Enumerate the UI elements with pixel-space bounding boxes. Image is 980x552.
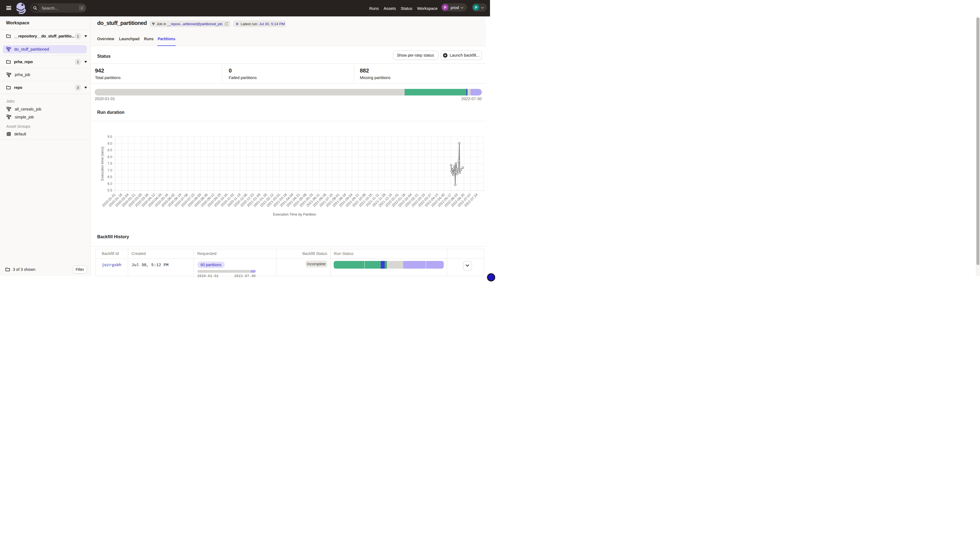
svg-text:6.5: 6.5 <box>108 175 112 179</box>
svg-text:9.5: 9.5 <box>108 135 112 139</box>
svg-text:8.0: 8.0 <box>108 155 112 159</box>
svg-text:8.5: 8.5 <box>108 148 112 152</box>
svg-text:Execution time (secs): Execution time (secs) <box>100 146 104 180</box>
svg-text:5.5: 5.5 <box>108 189 112 192</box>
svg-text:6.0: 6.0 <box>108 182 112 186</box>
svg-text:7.0: 7.0 <box>108 168 112 172</box>
svg-text:7.5: 7.5 <box>108 162 112 165</box>
svg-text:Execution Time by Partition: Execution Time by Partition <box>273 212 316 216</box>
svg-text:9.0: 9.0 <box>108 141 112 145</box>
